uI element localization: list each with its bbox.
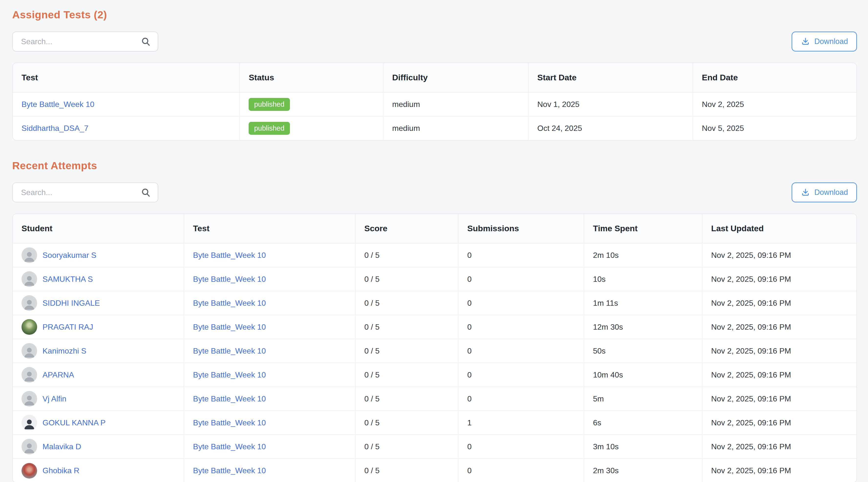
student-cell: Sooryakumar S [13, 243, 184, 267]
test-cell: Byte Battle_Week 10 [184, 435, 355, 458]
test-link[interactable]: Byte Battle_Week 10 [193, 251, 266, 260]
time-spent-cell: 10s [584, 267, 702, 291]
test-link[interactable]: Byte Battle_Week 10 [193, 371, 266, 379]
test-link[interactable]: Byte Battle_Week 10 [193, 466, 266, 475]
test-link[interactable]: Byte Battle_Week 10 [193, 442, 266, 451]
student-link[interactable]: PRAGATI RAJ [42, 323, 93, 331]
recent-attempts-download-button[interactable]: Download [792, 183, 857, 202]
student-link[interactable]: Malavika D [42, 442, 81, 451]
student-cell: Vj Alfin [13, 387, 184, 411]
score-cell: 0 / 5 [355, 387, 458, 411]
page: Assigned Tests (2) Download [0, 0, 868, 482]
test-cell: Byte Battle_Week 10 [184, 411, 355, 435]
recent-attempts-title: Recent Attempts [12, 160, 857, 172]
assigned-tests-header-row: Test Status Difficulty Start Date End Da… [13, 63, 857, 92]
student-cell: Malavika D [13, 435, 184, 458]
recent-attempts-section: Recent Attempts Download [12, 160, 857, 482]
person-icon [23, 273, 36, 287]
column-header-last-updated: Last Updated [702, 214, 857, 243]
status-badge: published [249, 98, 290, 111]
student-cell: Ghobika R [13, 458, 184, 482]
table-row: Kanimozhi S Byte Battle_Week 10 0 / 5 0 … [13, 339, 857, 363]
table-row: PRAGATI RAJ Byte Battle_Week 10 0 / 5 0 … [13, 315, 857, 339]
test-link[interactable]: Byte Battle_Week 10 [193, 299, 266, 308]
test-link[interactable]: Byte Battle_Week 10 [193, 418, 266, 427]
column-header-start-date: Start Date [528, 63, 693, 92]
table-row: SAMUKTHA S Byte Battle_Week 10 0 / 5 0 1… [13, 267, 857, 291]
table-row: Vj Alfin Byte Battle_Week 10 0 / 5 0 5m … [13, 387, 857, 411]
column-header-student: Student [13, 214, 184, 243]
student-link[interactable]: SAMUKTHA S [42, 275, 93, 284]
last-updated-cell: Nov 2, 2025, 09:16 PM [702, 339, 857, 363]
test-cell: Byte Battle_Week 10 [184, 339, 355, 363]
student-avatar [22, 247, 37, 263]
test-link[interactable]: Byte Battle_Week 10 [193, 394, 266, 403]
student-link[interactable]: Ghobika R [42, 466, 80, 475]
table-row: Byte Battle_Week 10 published medium Nov… [13, 92, 857, 116]
test-cell: Byte Battle_Week 10 [184, 267, 355, 291]
person-icon [23, 417, 36, 430]
student-avatar [22, 367, 37, 383]
test-cell: Byte Battle_Week 10 [184, 458, 355, 482]
last-updated-cell: Nov 2, 2025, 09:16 PM [702, 243, 857, 267]
score-cell: 0 / 5 [355, 291, 458, 315]
assigned-tests-download-button[interactable]: Download [792, 32, 857, 52]
student-avatar [22, 391, 37, 407]
submissions-cell: 0 [458, 458, 584, 482]
student-cell: APARNA [13, 363, 184, 387]
difficulty-cell: medium [383, 116, 528, 140]
table-row: Ghobika R Byte Battle_Week 10 0 / 5 0 2m… [13, 458, 857, 482]
recent-attempts-search-input[interactable] [12, 183, 158, 202]
start-date-cell: Oct 24, 2025 [528, 116, 693, 140]
time-spent-cell: 1m 11s [584, 291, 702, 315]
student-avatar [22, 463, 37, 479]
student-link[interactable]: Sooryakumar S [42, 251, 96, 260]
table-row: Malavika D Byte Battle_Week 10 0 / 5 0 3… [13, 435, 857, 458]
recent-attempts-table: Student Test Score Submissions Time Spen… [13, 214, 857, 482]
assigned-tests-title: Assigned Tests (2) [12, 9, 857, 21]
assigned-tests-table: Test Status Difficulty Start Date End Da… [13, 63, 857, 140]
student-cell: Kanimozhi S [13, 339, 184, 363]
download-label: Download [814, 37, 848, 46]
time-spent-cell: 12m 30s [584, 315, 702, 339]
score-cell: 0 / 5 [355, 243, 458, 267]
student-avatar [22, 295, 37, 311]
time-spent-cell: 3m 10s [584, 435, 702, 458]
person-icon [23, 393, 36, 407]
submissions-cell: 0 [458, 243, 584, 267]
test-link[interactable]: Byte Battle_Week 10 [193, 347, 266, 355]
student-link[interactable]: APARNA [42, 371, 74, 380]
time-spent-cell: 50s [584, 339, 702, 363]
status-cell: published [240, 116, 383, 140]
last-updated-cell: Nov 2, 2025, 09:16 PM [702, 267, 857, 291]
test-link[interactable]: Byte Battle_Week 10 [193, 275, 266, 284]
table-row: Sooryakumar S Byte Battle_Week 10 0 / 5 … [13, 243, 857, 267]
student-link[interactable]: Vj Alfin [42, 394, 66, 404]
last-updated-cell: Nov 2, 2025, 09:16 PM [702, 387, 857, 411]
submissions-cell: 0 [458, 387, 584, 411]
last-updated-cell: Nov 2, 2025, 09:16 PM [702, 315, 857, 339]
student-link[interactable]: GOKUL KANNA P [42, 418, 105, 427]
column-header-status: Status [240, 63, 383, 92]
status-badge: published [249, 122, 290, 135]
test-link[interactable]: Byte Battle_Week 10 [22, 100, 94, 109]
start-date-cell: Nov 1, 2025 [528, 92, 693, 116]
last-updated-cell: Nov 2, 2025, 09:16 PM [702, 291, 857, 315]
table-row: Siddhartha_DSA_7 published medium Oct 24… [13, 116, 857, 140]
student-avatar [22, 319, 37, 335]
assigned-tests-search [12, 32, 158, 52]
column-header-score: Score [355, 214, 458, 243]
student-cell: GOKUL KANNA P [13, 411, 184, 435]
score-cell: 0 / 5 [355, 458, 458, 482]
test-link[interactable]: Byte Battle_Week 10 [193, 323, 266, 331]
student-link[interactable]: SIDDHI INGALE [42, 299, 100, 308]
submissions-cell: 0 [458, 363, 584, 387]
person-icon [23, 441, 36, 454]
test-cell: Byte Battle_Week 10 [184, 315, 355, 339]
last-updated-cell: Nov 2, 2025, 09:16 PM [702, 458, 857, 482]
test-cell: Siddhartha_DSA_7 [13, 116, 240, 140]
test-link[interactable]: Siddhartha_DSA_7 [22, 124, 88, 133]
column-header-submissions: Submissions [458, 214, 584, 243]
assigned-tests-search-input[interactable] [12, 32, 158, 52]
student-link[interactable]: Kanimozhi S [42, 347, 87, 355]
